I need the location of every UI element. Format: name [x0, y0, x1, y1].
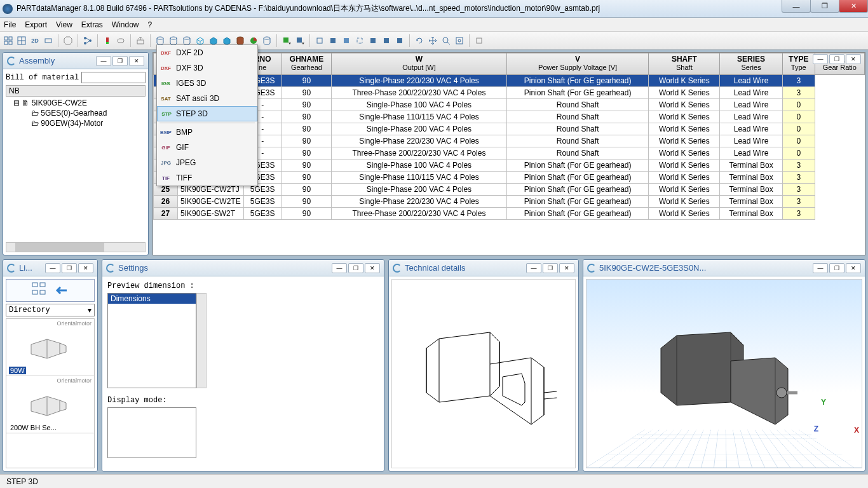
col-header[interactable]: SERIESSeries	[720, 53, 783, 75]
table-row[interactable]: 255IK90GE-CW2TJ5GE3S90Single-Phase 200 V…	[154, 184, 865, 196]
menu-extras[interactable]: Extras	[81, 20, 103, 29]
tb-export-icon[interactable]	[135, 35, 146, 46]
thumb-item[interactable]: Orientalmotor 200W BH Se...	[6, 376, 94, 433]
tb-tree-icon[interactable]	[82, 35, 93, 46]
panel-min-button[interactable]: —	[96, 56, 111, 66]
table-row[interactable]: 275IK90GE-SW2T5GE3S90Three-Phase 200/220…	[154, 208, 865, 220]
menu-export[interactable]: Export	[25, 20, 47, 29]
panel-close-button[interactable]: ✕	[559, 263, 574, 273]
tree-item[interactable]: 🗁 90GEW(34)-Motor	[6, 118, 146, 128]
panel-max-button[interactable]: ❐	[112, 56, 128, 66]
panel-close-button[interactable]: ✕	[846, 54, 861, 64]
col-header[interactable]: VPower Supply Voltage [V]	[506, 53, 649, 75]
dd-bmp[interactable]: BMPBMP	[157, 125, 257, 140]
panel-max-button[interactable]: ❐	[829, 263, 844, 273]
table-row[interactable]: 245IK90GE-AW2TU5GE3S90Single-Phase 110/1…	[154, 172, 865, 184]
tb-toggle-icon[interactable]	[115, 35, 126, 46]
bom-input[interactable]	[81, 72, 146, 83]
table-row[interactable]: AW2U-90Single-Phase 110/115 VAC 4 PolesR…	[154, 111, 865, 123]
data-table[interactable]: RNOneGHNAMEGearheadWOutput [W]VPower Sup…	[153, 53, 865, 220]
tb-cube3-icon[interactable]	[341, 35, 352, 46]
table-row[interactable]: -SW25GE3S90Three-Phase 200/220/230 VAC 4…	[154, 87, 865, 99]
svg-point-10	[84, 42, 86, 44]
table-row[interactable]: CW2J-90Single-Phase 200 VAC 4 PolesRound…	[154, 123, 865, 135]
tb-color-dd-icon[interactable]	[281, 35, 292, 46]
dim-item[interactable]: Dimensions	[108, 294, 196, 304]
menu-help[interactable]: ?	[148, 20, 153, 29]
svg-rect-25	[297, 37, 302, 43]
panel-min-button[interactable]: —	[45, 263, 60, 273]
tb-grid-icon[interactable]	[16, 35, 27, 46]
panel-max-button[interactable]: ❐	[62, 263, 77, 273]
svg-rect-35	[456, 37, 463, 44]
maximize-button[interactable]: ❐	[810, 0, 839, 13]
panel-close-button[interactable]: ✕	[846, 263, 861, 273]
dd-tiff[interactable]: TIFTIFF	[157, 170, 257, 186]
table-row[interactable]: 265IK90GE-CW2TE5GE3S90Single-Phase 220/2…	[154, 196, 865, 208]
tb-views-icon[interactable]	[3, 35, 14, 46]
menu-window[interactable]: Window	[112, 20, 139, 29]
col-header[interactable]: WOutput [W]	[332, 53, 507, 75]
nb-header[interactable]: NB	[6, 85, 146, 97]
table-row[interactable]: AW2TJ5GE3S90Single-Phase 100 VAC 4 Poles…	[154, 159, 865, 172]
tb-cube5-icon[interactable]	[367, 35, 379, 46]
tb-cube4-icon[interactable]	[354, 35, 365, 46]
panel-min-button[interactable]: —	[813, 54, 828, 64]
panel-min-button[interactable]: —	[526, 263, 541, 273]
close-button[interactable]: ✕	[839, 0, 868, 13]
panel-close-button[interactable]: ✕	[365, 263, 380, 273]
dd-sat3d[interactable]: SATSAT ascii 3D	[157, 91, 257, 106]
tb-cube1-icon[interactable]	[314, 35, 325, 46]
tb-light-icon[interactable]	[102, 35, 113, 46]
tb-rotate-icon[interactable]	[414, 35, 425, 46]
dd-gif[interactable]: GIFGIF	[157, 140, 257, 155]
dd-step3d[interactable]: STPSTEP 3D	[157, 106, 257, 121]
panel-min-button[interactable]: —	[332, 263, 347, 273]
thumbnail-list[interactable]: Orientalmotor 90W Orientalmotor 200W BH …	[6, 318, 95, 468]
links-iconbox[interactable]	[6, 279, 95, 302]
tb-fit-icon[interactable]	[454, 35, 465, 46]
tree-item[interactable]: 🗁 5GES(0)-Gearhead	[6, 108, 146, 118]
display-mode-box[interactable]	[107, 407, 196, 458]
thumb-item[interactable]: Orientalmotor 90W	[6, 319, 94, 376]
panel-close-button[interactable]: ✕	[129, 56, 144, 66]
table-row[interactable]: AW2J-90Single-Phase 100 VAC 4 PolesRound…	[154, 99, 865, 111]
tb-ruler-icon[interactable]	[43, 35, 54, 46]
panel-max-button[interactable]: ❐	[543, 263, 558, 273]
tb-cube2-icon[interactable]	[327, 35, 339, 46]
tb-2d-icon[interactable]: 2D	[29, 35, 41, 46]
tb-cube6-icon[interactable]	[381, 35, 392, 46]
table-row[interactable]: CW2E5GE3S90Single-Phase 220/230 VAC 4 Po…	[154, 75, 865, 87]
tech-preview[interactable]	[391, 279, 576, 468]
svg-rect-17	[137, 40, 144, 44]
hscrollbar[interactable]	[6, 242, 146, 252]
minimize-button[interactable]: —	[782, 0, 811, 13]
vscrollbar[interactable]	[196, 293, 207, 388]
render-viewport[interactable]: X Y Z	[586, 279, 862, 468]
menu-view[interactable]: View	[56, 20, 72, 29]
dd-iges3d[interactable]: IGSIGES 3D	[157, 76, 257, 91]
panel-close-button[interactable]: ✕	[78, 263, 93, 273]
tb-db5-icon[interactable]	[261, 35, 273, 46]
dd-jpeg[interactable]: JPGJPEG	[157, 155, 257, 170]
menu-file[interactable]: File	[4, 20, 16, 29]
directory-select[interactable]: Directory▾	[6, 304, 95, 316]
tb-cube7-icon[interactable]	[394, 35, 405, 46]
tb-move-icon[interactable]	[427, 35, 438, 46]
dd-dxf2d[interactable]: DXFDXF 2D	[157, 45, 257, 60]
panel-min-button[interactable]: —	[813, 263, 828, 273]
panel-max-button[interactable]: ❐	[829, 54, 844, 64]
dimension-listbox[interactable]: Dimensions	[107, 293, 196, 388]
dd-dxf3d[interactable]: DXFDXF 3D	[157, 60, 257, 76]
assembly-tree[interactable]: ⊟ 🗎 5IK90GE-CW2E 🗁 5GES(0)-Gearhead 🗁 90…	[6, 98, 146, 242]
col-header[interactable]: SHAFTShaft	[649, 53, 720, 75]
tb-misc-icon[interactable]	[473, 35, 485, 46]
table-row[interactable]: SW2-90Three-Phase 200/220/230 VAC 4 Pole…	[154, 147, 865, 159]
tb-stop-icon[interactable]	[62, 35, 74, 46]
panel-max-button[interactable]: ❐	[348, 263, 363, 273]
table-row[interactable]: CW2E-90Single-Phase 220/230 VAC 4 PolesR…	[154, 135, 865, 147]
tb-block-dd-icon[interactable]	[294, 35, 306, 46]
tb-zoom-icon[interactable]	[440, 35, 452, 46]
col-header[interactable]: TYPEType	[782, 53, 815, 75]
col-header[interactable]: GHNAMEGearhead	[281, 53, 331, 75]
